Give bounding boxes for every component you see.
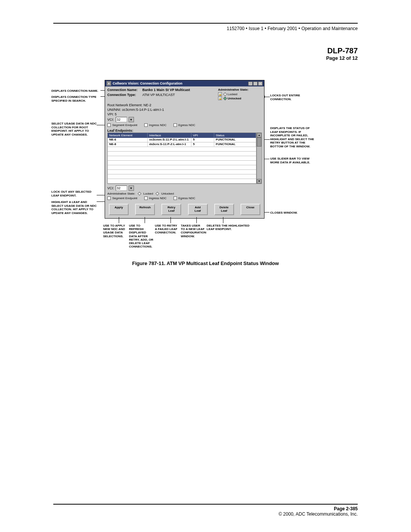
conn-name-value: Banko 1 Main St VP Multicast [142,88,190,92]
callout-locks-out: LOCKS OUT ENTIRE CONNECTION. [270,94,316,101]
figure-caption: Figure 787-11. ATM VP Multicast Leaf End… [53,260,358,266]
callout-status: DISPLAYS THE STATUS OF LEAF ENDPOINTS. I… [270,126,318,149]
unlocked-label: Unlocked [228,97,241,100]
leaf-table[interactable]: Network Element Interface VPI Status NE-… [107,133,256,184]
col-status: Status [214,133,256,138]
scroll-up-icon[interactable]: ▲ [257,133,261,137]
vci2-label: VCI: [107,186,114,190]
lock-closed-icon: 🔒 [218,92,222,96]
locked-label: Locked [228,93,237,96]
callout-retry: USE TO RETRY A FAILED LEAF CONNECTION. [155,224,181,248]
refresh-button[interactable]: Refresh [135,204,155,215]
footer-page: Page 2-385 [53,506,358,511]
figure-area: DISPLAYS CONNECTION NAME. DISPLAYS CONNE… [53,80,358,251]
scroll-down-icon[interactable]: ▼ [257,179,261,184]
conn-type-value: ATM VP MULTICAST [142,93,175,97]
col-network-element: Network Element [108,133,148,138]
ingress-ndc-checkbox-2[interactable] [144,197,148,200]
uni-nni: UNI/NNI: oc3cmm:S-14:P-1:L-atm:I-1 [107,108,262,112]
callout-conn-type: DISPLAYS CONNECTION TYPE SPECIFIED IN SE… [51,95,101,102]
radio-locked-2[interactable] [138,192,142,196]
callout-highlight-leaf: HIGHLIGHT A LEAF AND SELECT USAGE DATA O… [51,200,97,215]
page-header: 1152700 • Issue 1 • February 2001 • Oper… [53,26,358,31]
dlp-number: DLP-787 [53,46,358,55]
retry-leaf-button[interactable]: Retry Leaf [161,204,181,215]
dialog-window: X Cellworx Vision: Connection Configurat… [105,80,264,219]
egress-ndc-label: Egress NDC [178,123,195,127]
col-vpi: VPI [191,133,214,138]
add-leaf-button[interactable]: Add Leaf [188,204,208,215]
ingress-ndc-label: Ingress NDC [149,123,167,127]
vci-label: VCI: [107,118,114,121]
callout-slider: USE SLIDER BAR TO VIEW MORE DATA IF AVAI… [270,157,316,164]
vpi: VPI: 5 [107,112,262,116]
egress-ndc-checkbox-2[interactable] [174,197,177,200]
callout-closes: CLOSES WINDOW. [270,211,308,215]
leaf-endpoints-label: Leaf Endpoints: [105,128,264,133]
root-ne: Root Network Element: NE-2 [107,103,262,107]
delete-leaf-button[interactable]: Delete Leaf [214,204,234,215]
vci2-input[interactable] [116,185,127,191]
callout-add: TAKES USER TO A NEW LEAF CONFIGURATION W… [181,224,207,248]
conn-type-label: Connection Type: [107,93,142,97]
callout-lock-selected: LOCK OUT ANY SELECTED LEAF ENDPOINT. [51,190,97,197]
vci-input[interactable] [116,117,127,122]
segment-endpoint-checkbox[interactable] [107,123,111,127]
lock-open-icon: 🔓 [218,96,222,100]
ingress-ndc-checkbox[interactable] [144,123,148,127]
window-title: Cellworx Vision: Connection Configuratio… [113,81,248,85]
segment-endpoint-checkbox-2[interactable] [107,197,111,200]
radio-locked[interactable] [223,92,227,96]
radio-unlocked[interactable] [223,96,227,100]
titlebar: X Cellworx Vision: Connection Configurat… [105,80,264,86]
scroll-thumb[interactable] [257,137,261,147]
table-row[interactable]: NE-6 oc3cmm:S-11:P-2:L-atm:I-1 5 FUNCTIO… [108,138,256,142]
vci-dropdown-icon[interactable]: ▼ [129,117,134,122]
maximize-icon[interactable]: □ [253,81,258,86]
conn-name-label: Connection Name: [107,88,142,92]
callout-delete: DELETES THE HIGHLIGHTED LEAF ENDPOINT. [207,224,252,248]
minimize-icon[interactable]: _ [248,81,253,86]
table-row[interactable]: NE-8 ds3crs:S-11:P-2:L-atm:I-1 5 FUNCTIO… [108,142,256,147]
close-button[interactable]: Close [241,204,260,215]
callout-apply: USE TO APPLY NEW NDC AND USAGE DATA SELE… [103,224,129,248]
admin-state2-label: Administrative State: [107,192,135,195]
col-interface: Interface [148,133,191,138]
apply-button[interactable]: Apply [109,204,129,215]
callout-refresh: USE TO REFRESH DISPLAYED DATA AFTER RETR… [129,224,155,248]
close-icon[interactable]: × [258,81,263,86]
page-of: Page 12 of 12 [53,55,358,61]
callout-usage: SELECT USAGE DATA OR NDC COLLECTION FOR … [51,122,97,136]
callout-conn-name: DISPLAYS CONNECTION NAME. [51,89,101,93]
titlebar-sysmenu-icon[interactable]: X [107,81,111,86]
admin-state-label: Administrative State: [218,88,262,91]
table-scrollbar[interactable]: ▲ ▼ [256,133,262,184]
vci2-dropdown-icon[interactable]: ▼ [129,185,134,191]
egress-ndc-checkbox[interactable] [174,123,177,127]
footer-copyright: © 2000, ADC Telecommunications, Inc. [53,511,358,517]
segment-endpoint-label: Segment Endpoint [112,123,137,127]
radio-unlocked-2[interactable] [156,192,159,196]
